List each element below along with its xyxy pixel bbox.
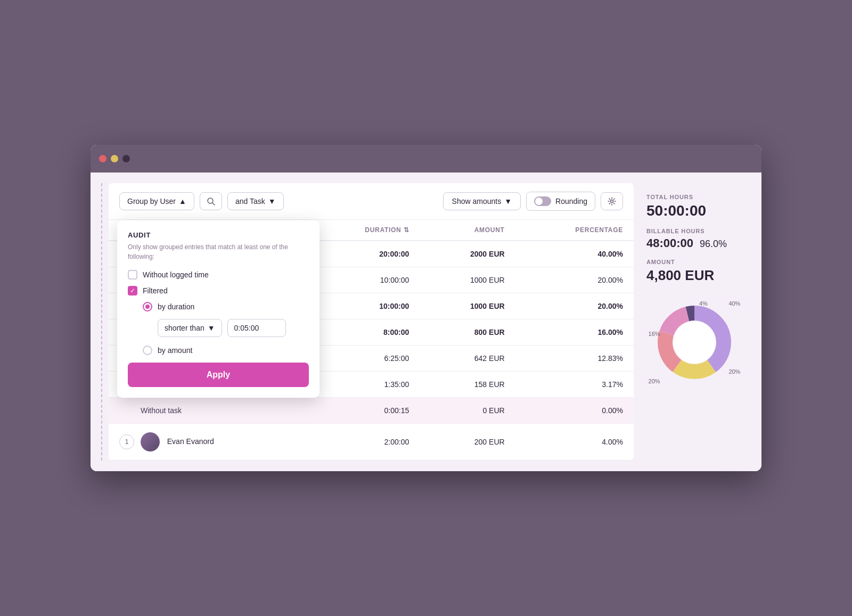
radio-section: by duration shorter than ▼ by amount — [143, 302, 309, 355]
billable-hours-row: 48:00:00 96.0% — [646, 236, 740, 250]
content-area: Group by User ▲ and Task ▼ Show amounts — [91, 173, 761, 471]
filter-value-input[interactable] — [227, 319, 286, 337]
search-icon — [207, 197, 215, 206]
row-pct: 16.00% — [515, 319, 634, 346]
show-amounts-button[interactable]: Show amounts ▼ — [443, 192, 521, 210]
apply-button[interactable]: Apply — [128, 363, 309, 387]
row-duration: 20:00:00 — [307, 241, 420, 267]
row-duration: 10:00:00 — [307, 267, 420, 293]
chevron-down-icon-2: ▼ — [504, 197, 512, 206]
left-border — [101, 183, 103, 461]
filtered-label: Filtered — [143, 286, 168, 295]
row-pct: 20.00% — [515, 267, 634, 293]
svg-line-1 — [212, 203, 215, 205]
row-duration: 0:00:15 — [307, 398, 420, 424]
avatar-image — [141, 432, 160, 451]
billable-hours-value: 48:00:00 — [646, 236, 693, 250]
row-duration: 2:00:00 — [307, 424, 420, 461]
billable-hours-label: BILLABLE HOURS — [646, 228, 740, 234]
donut-label-4: 4% — [699, 300, 708, 307]
and-task-button[interactable]: and Task ▼ — [227, 192, 284, 210]
sort-icon[interactable]: ⇅ — [404, 226, 409, 234]
filtered-checkbox[interactable]: ✓ — [128, 286, 137, 295]
user-number: 1 — [119, 434, 134, 449]
total-hours-value: 50:00:00 — [646, 202, 740, 219]
filter-type-value: shorter than — [165, 324, 204, 332]
row-pct: 40.00% — [515, 241, 634, 267]
filter-controls: shorter than ▼ — [158, 319, 309, 337]
by-duration-row: by duration — [143, 302, 309, 311]
group-by-button[interactable]: Group by User ▲ — [119, 192, 194, 210]
donut-label-20a: 20% — [728, 368, 740, 375]
show-amounts-label: Show amounts — [452, 197, 502, 206]
row-duration: 1:35:00 — [307, 372, 420, 398]
donut-label-20b: 20% — [649, 378, 660, 384]
amount-label: AMOUNT — [646, 259, 740, 265]
row-amount: 158 EUR — [420, 372, 515, 398]
main-window: Group by User ▲ and Task ▼ Show amounts — [91, 145, 761, 471]
col-header-amount: AMOUNT — [420, 220, 515, 241]
rounding-label: Rounding — [555, 197, 587, 206]
group-by-label: Group by User — [127, 197, 176, 206]
row-pct: 4.00% — [515, 424, 634, 461]
row-amount: 1000 EUR — [420, 267, 515, 293]
row-amount: 0 EUR — [420, 398, 515, 424]
row-duration: 10:00:00 — [307, 293, 420, 319]
billable-pct: 96.0% — [700, 239, 727, 250]
row-amount: 200 EUR — [420, 424, 515, 461]
maximize-dot[interactable] — [122, 155, 130, 162]
donut-labels: 40% 4% 20% 20% 16% — [646, 294, 742, 390]
row-amount: 800 EUR — [420, 319, 515, 346]
main-panel: Group by User ▲ and Task ▼ Show amounts — [109, 183, 634, 461]
minimize-dot[interactable] — [111, 155, 118, 162]
total-hours-label: TOTAL HOURS — [646, 194, 740, 200]
col-header-duration: DURATION ⇅ — [307, 220, 420, 241]
row-pct: 12.83% — [515, 346, 634, 372]
right-panel: TOTAL HOURS 50:00:00 BILLABLE HOURS 48:0… — [634, 183, 751, 461]
donut-label-40: 40% — [728, 300, 740, 307]
row-amount: 1000 EUR — [420, 293, 515, 319]
row-amount: 642 EUR — [420, 346, 515, 372]
chevron-down-icon-3: ▼ — [208, 324, 215, 332]
audit-popup: AUDIT Only show grouped entries that mat… — [117, 220, 320, 398]
donut-chart: 40% 4% 20% 20% 16% — [646, 294, 742, 390]
avatar — [141, 432, 160, 451]
by-amount-row: by amount — [143, 346, 309, 355]
filter-type-select[interactable]: shorter than ▼ — [158, 319, 222, 337]
without-logged-time-label: Without logged time — [143, 270, 209, 279]
settings-button[interactable] — [601, 192, 623, 210]
table-row: 1 Evan Evanord 2:00:00 200 EUR 4.00% — [109, 424, 634, 461]
user-name: Evan Evanord — [167, 437, 214, 446]
chevron-down-icon: ▼ — [268, 197, 276, 206]
row-duration: 6:25:00 — [307, 346, 420, 372]
table-row: Without task 0:00:15 0 EUR 0.00% — [109, 398, 634, 424]
chevron-up-icon: ▲ — [179, 197, 186, 206]
col-header-percentage: PERCENTAGE — [515, 220, 634, 241]
row-amount: 2000 EUR — [420, 241, 515, 267]
row-user-cell: 1 Evan Evanord — [109, 424, 307, 461]
rounding-button[interactable]: Rounding — [526, 192, 595, 211]
gear-icon — [608, 197, 616, 206]
svg-point-2 — [611, 200, 613, 203]
row-pct: 0.00% — [515, 398, 634, 424]
by-duration-label: by duration — [158, 302, 194, 311]
without-logged-time-row: Without logged time — [128, 270, 309, 280]
row-pct: 20.00% — [515, 293, 634, 319]
rounding-toggle[interactable] — [534, 196, 551, 206]
donut-label-16: 16% — [649, 331, 660, 337]
audit-description: Only show grouped entries that match at … — [128, 242, 309, 261]
toolbar: Group by User ▲ and Task ▼ Show amounts — [109, 183, 634, 220]
row-pct: 3.17% — [515, 372, 634, 398]
and-task-label: and Task — [235, 197, 265, 206]
by-duration-radio[interactable] — [143, 302, 152, 311]
by-amount-label: by amount — [158, 346, 192, 355]
search-button[interactable] — [200, 192, 222, 210]
titlebar — [91, 145, 761, 173]
row-duration: 8:00:00 — [307, 319, 420, 346]
audit-title: AUDIT — [128, 231, 309, 239]
without-logged-time-checkbox[interactable] — [128, 270, 137, 280]
close-dot[interactable] — [99, 155, 106, 162]
row-task-name: Without task — [109, 398, 307, 424]
by-amount-radio[interactable] — [143, 346, 152, 355]
filtered-row: ✓ Filtered — [128, 286, 309, 295]
